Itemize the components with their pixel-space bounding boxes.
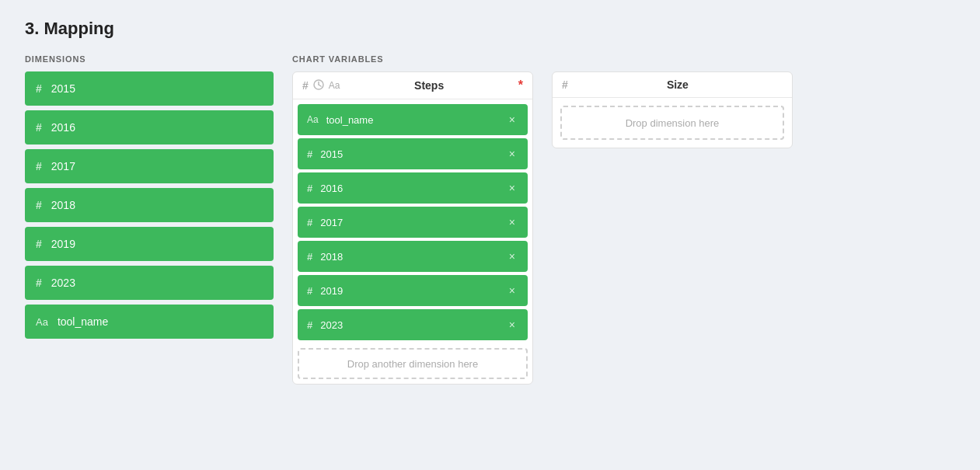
chart-item-label: 2019 [320,285,506,297]
remove-2017-button[interactable]: × [506,214,518,230]
hash-icon: # [36,161,42,172]
hash-icon: # [307,251,312,263]
header-hash-icon: # [302,79,309,92]
main-layout: DIMENSIONS # 2015 # 2016 # 2017 # 2018 #… [25,54,955,385]
chart-variables-label: CHART VARIABLES [292,54,533,64]
dim-item-2016[interactable]: # 2016 [25,110,274,144]
dim-item-tool_name[interactable]: Aa tool_name [25,305,274,339]
aa-icon: Aa [307,114,319,125]
dim-item-2023[interactable]: # 2023 [25,266,274,300]
header-aa-icon: Aa [329,80,340,91]
size-section-label [552,54,793,64]
dim-item-2015[interactable]: # 2015 [25,71,274,106]
size-card-header: # Size [553,72,792,98]
size-card-title: Size [573,78,783,91]
remove-2016-button[interactable]: × [506,180,518,196]
dim-item-label: 2019 [51,238,75,250]
hash-icon: # [307,148,312,160]
hash-icon: # [307,217,312,228]
chart-item-2023[interactable]: # 2023 × [298,309,528,340]
chart-item-tool_name[interactable]: Aa tool_name × [298,104,528,135]
hash-icon: # [307,183,312,194]
chart-item-2016[interactable]: # 2016 × [298,172,528,204]
dim-item-2017[interactable]: # 2017 [25,149,274,183]
hash-icon: # [36,200,42,211]
remove-tool_name-button[interactable]: × [506,112,518,127]
hash-icon: # [36,83,42,94]
steps-card: # Aa Steps * Aa tool_name × [292,71,533,385]
chart-item-2015[interactable]: # 2015 × [298,138,528,169]
svg-line-2 [319,85,321,86]
remove-2019-button[interactable]: × [506,283,518,298]
size-drop-zone[interactable]: Drop dimension here [560,106,784,140]
size-card: # Size Drop dimension here [552,71,793,148]
aa-icon: Aa [36,316,48,328]
dim-item-label: 2015 [51,82,75,95]
dim-item-label: 2018 [51,199,75,211]
required-icon: * [518,78,523,92]
chart-item-label: 2017 [320,217,506,228]
chart-item-2019[interactable]: # 2019 × [298,275,528,306]
steps-card-header: # Aa Steps * [293,72,532,99]
dim-item-2019[interactable]: # 2019 [25,227,274,261]
dim-item-label: tool_name [58,315,108,328]
hash-icon: # [36,122,42,133]
dimensions-panel: DIMENSIONS # 2015 # 2016 # 2017 # 2018 #… [25,54,274,339]
page-title: 3. Mapping [25,19,955,39]
chart-item-label: 2016 [320,183,506,194]
chart-item-2018[interactable]: # 2018 × [298,241,528,272]
remove-2018-button[interactable]: × [506,249,518,264]
chart-item-label: tool_name [326,114,506,126]
chart-item-label: 2018 [320,251,506,263]
dim-item-2018[interactable]: # 2018 [25,188,274,222]
header-hash-icon: # [562,78,568,91]
dimensions-label: DIMENSIONS [25,54,274,64]
chart-item-2017[interactable]: # 2017 × [298,207,528,238]
dim-item-label: 2023 [51,277,75,289]
hash-icon: # [36,277,42,288]
remove-2023-button[interactable]: × [506,317,518,332]
remove-2015-button[interactable]: × [506,146,518,162]
steps-drop-zone[interactable]: Drop another dimension here [298,348,528,379]
chart-variables-panel: CHART VARIABLES # Aa Steps * Aa to [292,54,533,385]
chart-items-list: Aa tool_name × # 2015 × # 2016 × # 2017 [293,99,532,345]
size-panel: # Size Drop dimension here [552,54,793,148]
hash-icon: # [307,285,312,297]
hash-icon: # [307,319,312,331]
dim-item-label: 2016 [51,121,75,134]
chart-item-label: 2015 [320,148,506,160]
header-clock-icon [313,79,324,92]
chart-item-label: 2023 [320,319,506,331]
steps-card-title: Steps [344,79,513,92]
dim-item-label: 2017 [51,160,75,172]
hash-icon: # [36,238,42,249]
